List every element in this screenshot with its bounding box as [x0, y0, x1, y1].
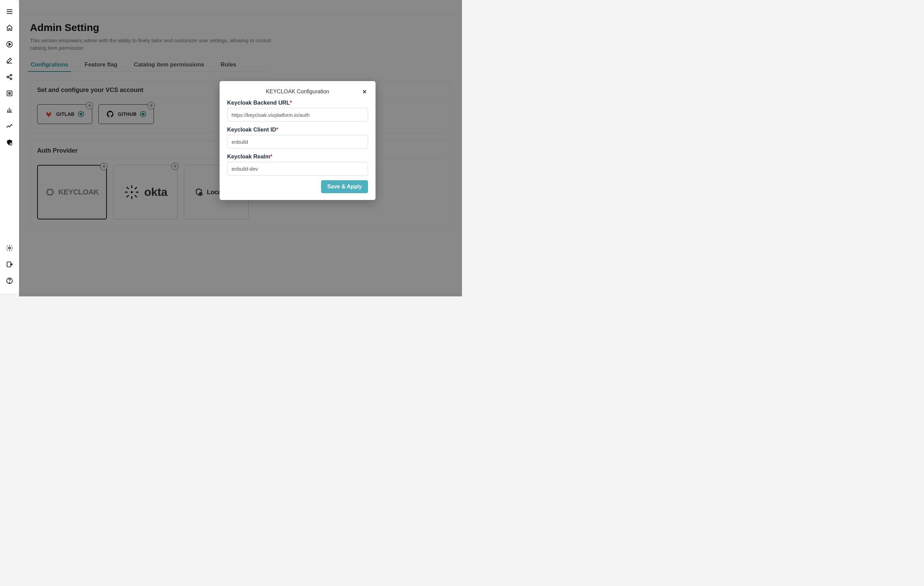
nav-run[interactable] — [3, 38, 16, 51]
nav-edit[interactable] — [3, 54, 16, 68]
edit-icon — [6, 57, 13, 65]
svg-point-7 — [8, 247, 11, 249]
bar-chart-icon — [6, 106, 13, 113]
realm-input[interactable] — [227, 162, 368, 175]
shield-icon — [6, 139, 13, 146]
nav-home[interactable] — [3, 21, 16, 35]
share-icon — [6, 73, 13, 81]
close-icon: ✕ — [362, 89, 367, 95]
menu-toggle[interactable] — [3, 5, 16, 18]
modal-close-button[interactable]: ✕ — [361, 88, 368, 95]
nav-settings[interactable] — [3, 241, 16, 255]
save-apply-button[interactable]: Save & Apply — [321, 180, 368, 193]
client-id-label: Keycloak Client ID* — [227, 126, 368, 133]
nav-analytics[interactable] — [3, 119, 16, 133]
play-circle-icon — [6, 41, 13, 48]
list-icon — [6, 89, 13, 97]
svg-point-6 — [10, 144, 11, 144]
nav-help[interactable] — [3, 274, 16, 288]
trend-icon — [6, 122, 13, 130]
realm-label: Keycloak Realm* — [227, 153, 368, 160]
backend-url-label: Keycloak Backend URL* — [227, 99, 368, 106]
nav-list[interactable] — [3, 86, 16, 100]
gear-icon — [6, 244, 13, 252]
nav-logout[interactable] — [3, 258, 16, 271]
client-id-input[interactable] — [227, 135, 368, 149]
nav-security[interactable] — [3, 136, 16, 149]
backend-url-input[interactable] — [227, 108, 368, 122]
sidebar — [0, 0, 19, 294]
modal-title: KEYCLOAK Configuration — [266, 89, 329, 94]
nav-share[interactable] — [3, 70, 16, 84]
home-icon — [6, 24, 13, 32]
client-id-label-text: Keycloak Client ID — [227, 126, 276, 132]
realm-label-text: Keycloak Realm — [227, 153, 270, 159]
backend-url-label-text: Keycloak Backend URL — [227, 99, 290, 106]
nav-reports[interactable] — [3, 103, 16, 116]
hamburger-icon — [6, 8, 13, 15]
logout-icon — [6, 261, 13, 268]
help-icon — [6, 277, 13, 285]
keycloak-config-modal: KEYCLOAK Configuration ✕ Keycloak Backen… — [219, 81, 376, 200]
